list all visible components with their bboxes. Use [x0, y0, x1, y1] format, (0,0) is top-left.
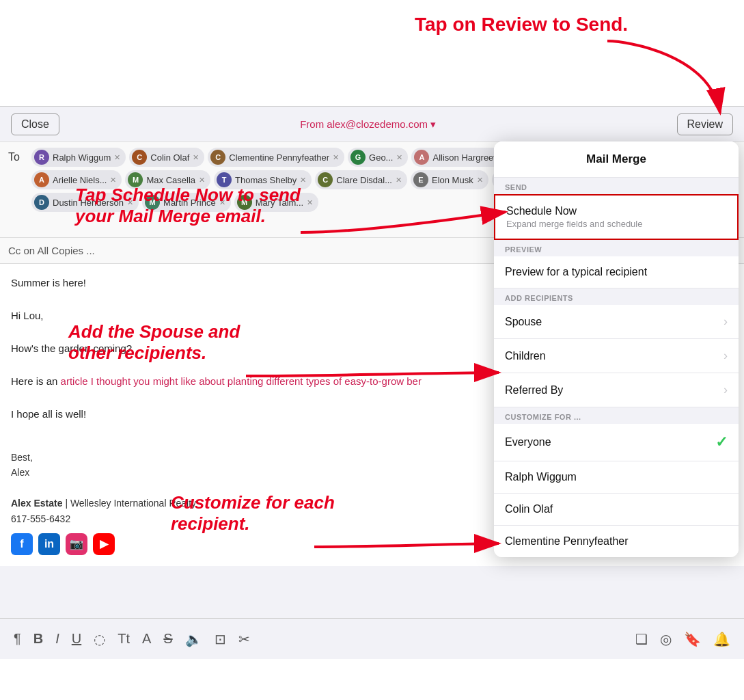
- avatar: E: [413, 172, 428, 187]
- recipient-chip[interactable]: C Clementine Pennyfeather ✕: [208, 148, 344, 167]
- send-section-header: SEND: [494, 178, 739, 194]
- remove-recipient-button[interactable]: ✕: [396, 176, 402, 185]
- remove-recipient-button[interactable]: ✕: [199, 176, 205, 185]
- text-size-icon[interactable]: Tt: [118, 631, 130, 647]
- ralph-item[interactable]: Ralph Wiggum: [494, 461, 739, 494]
- remove-recipient-button[interactable]: ✕: [219, 198, 225, 207]
- text-a-icon[interactable]: A: [142, 631, 151, 647]
- add-recipients-section-header: ADD RECIPIENTS: [494, 288, 739, 305]
- recipient-chip[interactable]: C Colin Olaf ✕: [129, 148, 204, 167]
- scissors-icon[interactable]: ✂: [238, 631, 250, 647]
- spouse-label: Spouse: [505, 316, 542, 328]
- recipient-chip[interactable]: R Ralph Wiggum ✕: [31, 148, 126, 167]
- referred-by-item[interactable]: Referred By ›: [494, 373, 739, 407]
- recipient-name: Clare Disdal...: [336, 175, 392, 185]
- avatar: M: [237, 195, 252, 210]
- remove-recipient-button[interactable]: ✕: [193, 153, 199, 162]
- top-annotation: Tap on Review to Send.: [415, 14, 628, 36]
- facebook-icon[interactable]: f: [11, 533, 33, 555]
- bottom-toolbar: ¶ B I U ◌ Tt A S 🔈 ⊡ ✂ ❑ ◎ 🔖 🔔: [0, 618, 744, 659]
- preview-item[interactable]: Preview for a typical recipient: [494, 256, 739, 288]
- recipient-chip[interactable]: M Martin Prince ✕: [142, 193, 231, 212]
- speaker-icon[interactable]: 🔈: [185, 631, 202, 647]
- colin-item[interactable]: Colin Olaf: [494, 494, 739, 526]
- referred-by-chevron: ›: [724, 383, 728, 397]
- target-icon[interactable]: ◎: [660, 631, 672, 647]
- review-button[interactable]: Review: [677, 113, 733, 135]
- recipient-chip[interactable]: M Mary Talm... ✕: [234, 193, 319, 212]
- schedule-now-sub: Expand merge fields and schedule: [506, 219, 642, 229]
- avatar: G: [350, 150, 366, 165]
- recipient-chip[interactable]: C Clare Disdal... ✕: [315, 170, 407, 189]
- avatar: C: [318, 172, 333, 187]
- schedule-now-label: Schedule Now: [506, 205, 642, 217]
- referred-by-label: Referred By: [505, 384, 563, 396]
- recipient-name: Martin Prince: [163, 198, 216, 208]
- recipient-name: Geo...: [369, 152, 393, 163]
- avatar: R: [34, 150, 49, 165]
- avatar: A: [414, 150, 429, 165]
- remove-recipient-button[interactable]: ✕: [127, 198, 133, 207]
- recipient-name: Dustin Henderson: [53, 198, 124, 208]
- recipient-name: Colin Olaf: [150, 152, 189, 163]
- recipient-chip[interactable]: A Arielle Niels... ✕: [31, 170, 122, 189]
- italic-icon[interactable]: I: [55, 631, 59, 647]
- paragraph-icon[interactable]: ¶: [14, 631, 21, 647]
- everyone-label: Everyone: [505, 436, 551, 448]
- remove-recipient-button[interactable]: ✕: [477, 176, 483, 185]
- remove-recipient-button[interactable]: ✕: [110, 176, 116, 185]
- remove-recipient-button[interactable]: ✕: [333, 153, 339, 162]
- avatar: C: [132, 150, 147, 165]
- image-icon[interactable]: ⊡: [215, 631, 226, 647]
- from-field: From alex@clozedemo.com ▾: [300, 118, 436, 131]
- clementine-item[interactable]: Clementine Pennyfeather: [494, 526, 739, 557]
- instagram-icon[interactable]: 📷: [66, 533, 87, 555]
- avatar: T: [217, 172, 232, 187]
- recipient-name: Clementine Pennyfeather: [229, 152, 329, 163]
- remove-recipient-button[interactable]: ✕: [396, 153, 402, 162]
- bold-icon[interactable]: B: [33, 631, 43, 647]
- preview-section-header: PREVIEW: [494, 240, 739, 256]
- underline-icon[interactable]: U: [72, 631, 81, 647]
- recipient-chip[interactable]: E Elon Musk ✕: [411, 170, 488, 189]
- ralph-label: Ralph Wiggum: [505, 471, 577, 483]
- recipient-name: Max Casella: [146, 175, 195, 185]
- remove-recipient-button[interactable]: ✕: [114, 153, 120, 162]
- recipient-name: Thomas Shelby: [235, 175, 297, 185]
- strikethrough-icon[interactable]: S: [163, 631, 172, 647]
- layers-icon[interactable]: ❑: [635, 631, 648, 647]
- customize-section-header: CUSTOMIZE FOR ...: [494, 407, 739, 424]
- youtube-icon[interactable]: ▶: [93, 533, 115, 555]
- avatar: D: [34, 195, 49, 210]
- recipient-name: Elon Musk: [432, 175, 473, 185]
- remove-recipient-button[interactable]: ✕: [300, 176, 306, 185]
- remove-recipient-button[interactable]: ✕: [307, 198, 313, 207]
- mail-merge-panel: Mail Merge SEND Schedule Now Expand merg…: [494, 142, 739, 557]
- recipient-chip[interactable]: G Geo... ✕: [348, 148, 408, 167]
- clementine-label: Clementine Pennyfeather: [505, 535, 629, 548]
- recipient-chip[interactable]: T Thomas Shelby ✕: [214, 170, 312, 189]
- bell-icon[interactable]: 🔔: [713, 631, 730, 647]
- toolbar-left: ¶ B I U ◌ Tt A S 🔈 ⊡ ✂: [14, 631, 250, 647]
- recipient-name: Ralph Wiggum: [53, 152, 111, 163]
- recipient-chip[interactable]: D Dustin Henderson ✕: [31, 193, 139, 212]
- recipient-name: Mary Talm...: [256, 198, 304, 208]
- recipient-name: Arielle Niels...: [53, 175, 107, 185]
- linkedin-icon[interactable]: in: [38, 533, 60, 555]
- avatar: M: [145, 195, 160, 210]
- close-button[interactable]: Close: [11, 113, 59, 135]
- recipient-chip[interactable]: M Max Casella ✕: [125, 170, 210, 189]
- everyone-item[interactable]: Everyone ✓: [494, 424, 739, 461]
- header-bar: Close From alex@clozedemo.com ▾ Review: [0, 107, 744, 142]
- children-chevron: ›: [724, 349, 728, 363]
- children-item[interactable]: Children ›: [494, 339, 739, 373]
- spouse-item[interactable]: Spouse ›: [494, 305, 739, 339]
- avatar: C: [210, 150, 225, 165]
- droplet-icon[interactable]: ◌: [94, 631, 105, 647]
- toolbar-right: ❑ ◎ 🔖 🔔: [635, 631, 730, 647]
- avatar: M: [128, 172, 143, 187]
- bookmark-icon[interactable]: 🔖: [684, 631, 701, 647]
- mail-merge-title: Mail Merge: [494, 142, 739, 178]
- schedule-now-item[interactable]: Schedule Now Expand merge fields and sch…: [494, 194, 739, 240]
- preview-label: Preview for a typical recipient: [505, 266, 647, 278]
